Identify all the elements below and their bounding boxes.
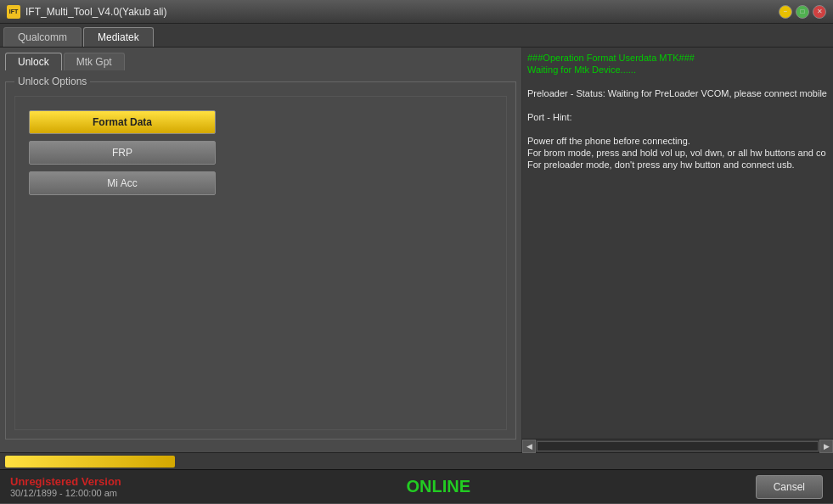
left-panel: Unlock Mtk Gpt Unlock Options Format Dat… [0,48,522,452]
unlock-options-legend: Unlock Options [14,76,90,87]
tab-mediatek[interactable]: Mediatek [83,27,154,47]
log-line: For preloader mode, don't press any hw b… [527,160,828,170]
cancel-button[interactable]: Cansel [756,475,823,499]
unlock-options-group: Unlock Options Format Data FRP Mi Acc [5,76,516,440]
window-controls: − □ ✕ [779,5,826,19]
tab-qualcomm[interactable]: Qualcomm [3,27,82,47]
log-line: ###Operation Format Userdata MTK### [527,53,828,63]
content-area: Unlock Mtk Gpt Unlock Options Format Dat… [0,48,833,452]
titlebar: IFT IFT_Multi_Tool_V4.0(Yakub ali) − □ ✕ [0,0,833,24]
log-line: Port - Hint: [527,112,828,122]
log-panel: ###Operation Format Userdata MTK###Waiti… [522,48,833,439]
online-status: ONLINE [121,477,756,496]
scroll-track[interactable] [537,441,819,451]
version-label: Unregistered Version [10,475,121,488]
minimize-button[interactable]: − [779,5,792,19]
tab-mtk-gpt[interactable]: Mtk Gpt [64,53,125,70]
frp-button[interactable]: FRP [29,141,216,165]
log-line: Waiting for Mtk Device...... [527,64,828,75]
scrollbar[interactable]: ◀ ▶ [522,439,833,452]
log-line: For brom mode, press and hold vol up, vo… [527,148,828,158]
version-info: Unregistered Version 30/12/1899 - 12:00:… [10,475,121,498]
app-icon: IFT [7,5,20,19]
main-tabs: Qualcomm Mediatek [0,24,833,48]
app-title: IFT_Multi_Tool_V4.0(Yakub ali) [25,6,779,18]
scroll-left-button[interactable]: ◀ [522,440,536,453]
log-line [527,100,828,110]
log-line: Preloader - Status: Waiting for PreLoade… [527,88,828,98]
sub-tabs: Unlock Mtk Gpt [5,53,516,70]
close-button[interactable]: ✕ [813,5,826,19]
statusbar: Unregistered Version 30/12/1899 - 12:00:… [0,469,833,503]
progress-bar-area [0,452,833,469]
progress-bar [5,456,175,468]
log-line [527,124,828,134]
maximize-button[interactable]: □ [796,5,809,19]
log-line: Power off the phone before connecting. [527,136,828,146]
unlock-options-inner: Format Data FRP Mi Acc [14,96,507,430]
tab-unlock[interactable]: Unlock [5,53,62,70]
mi-acc-button[interactable]: Mi Acc [29,171,216,195]
right-panel-wrapper: ###Operation Format Userdata MTK###Waiti… [522,48,833,452]
datetime-label: 30/12/1899 - 12:00:00 am [10,488,121,498]
scroll-right-button[interactable]: ▶ [819,440,833,453]
log-line [527,76,828,87]
format-data-button[interactable]: Format Data [29,110,216,134]
